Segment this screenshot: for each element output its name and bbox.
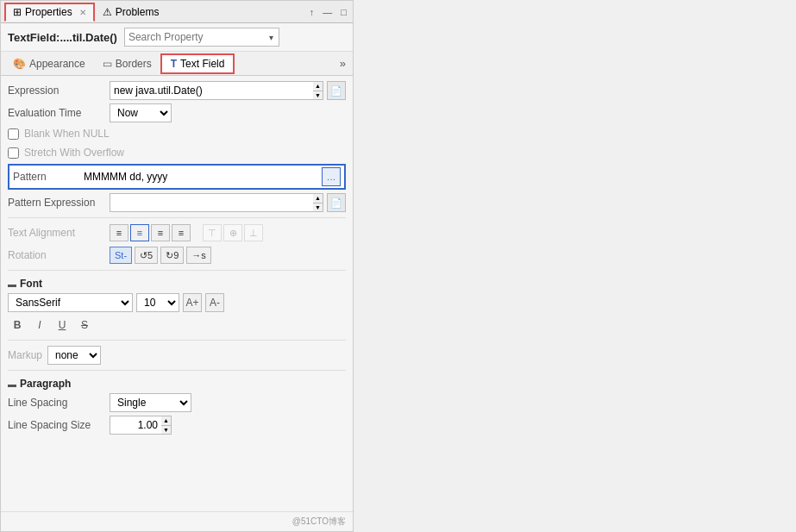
rotation-buttons: St- ↺5 ↻9 →s (110, 247, 346, 264)
font-decrease-btn[interactable]: A- (205, 293, 224, 312)
font-underline-btn[interactable]: U (53, 316, 72, 335)
tab-borders[interactable]: ▭ Borders (94, 53, 160, 74)
line-spacing-size-label: Line Spacing Size (8, 419, 103, 431)
line-spacing-row: Line Spacing Single 1_5 Lines Double AtL… (8, 391, 346, 414)
header-row: TextField:....til.Date() ▾ (1, 23, 353, 52)
properties-tab-close[interactable]: ✕ (79, 8, 86, 17)
align-left-btn[interactable]: ≡ (110, 224, 128, 241)
tab-bar: ⊞ Properties ✕ ⚠ Problems ↑ — □ (1, 1, 353, 23)
blank-when-null-label: Blank When NULL (24, 128, 110, 140)
tab-appearance[interactable]: 🎨 Appearance (4, 53, 94, 74)
search-property-input[interactable] (128, 31, 267, 43)
line-spacing-size-down[interactable]: ▼ (161, 426, 171, 435)
expression-spin-down[interactable]: ▼ (313, 91, 323, 100)
tab-action-push[interactable]: ↑ (307, 6, 317, 18)
tab-action-maximize[interactable]: □ (338, 6, 349, 18)
expression-label: Expression (8, 84, 103, 97)
align-center-btn[interactable]: ≡ (130, 224, 149, 241)
problems-tab-label: Problems (116, 6, 160, 18)
problems-tab-icon: ⚠ (103, 6, 112, 18)
markup-select[interactable]: none html styled rtf (47, 346, 101, 365)
tab-problems[interactable]: ⚠ Problems (95, 3, 167, 22)
sub-tab-bar: 🎨 Appearance ▭ Borders T Text Field » (1, 52, 353, 76)
pattern-expression-label: Pattern Expression (8, 197, 103, 209)
text-alignment-buttons: ≡ ≡ ≡ ≡ ⊤ ⊕ ⊥ (110, 224, 346, 241)
divider-3 (8, 340, 346, 341)
pattern-expression-browse-button[interactable]: 📄 (327, 193, 346, 212)
stretch-overflow-checkbox[interactable] (8, 147, 19, 159)
divider-1 (8, 217, 346, 218)
pattern-expression-value: ▲ ▼ 📄 (110, 193, 346, 212)
content-area: Expression ▲ ▼ 📄 Evaluation Time (1, 76, 353, 511)
line-spacing-size-up[interactable]: ▲ (161, 416, 171, 426)
expression-row: Expression ▲ ▼ 📄 (8, 79, 346, 102)
align-right-btn[interactable]: ≡ (151, 224, 170, 241)
tab-properties[interactable]: ⊞ Properties ✕ (4, 3, 95, 22)
font-section-toggle[interactable]: ▬ (8, 279, 16, 289)
rotation-right-btn[interactable]: ↻9 (160, 247, 184, 264)
expression-input-wrap: ▲ ▼ (110, 81, 323, 100)
v-align-group: ⊤ ⊕ ⊥ (203, 224, 263, 241)
rotation-updown-btn[interactable]: →s (186, 247, 211, 264)
rotation-none-btn[interactable]: St- (110, 247, 132, 264)
tab-action-minimize[interactable]: — (320, 6, 335, 18)
sub-tab-more-icon[interactable]: » (336, 57, 349, 70)
font-section-label: Font (20, 278, 42, 290)
rotation-left-btn[interactable]: ↺5 (135, 247, 158, 264)
borders-tab-label: Borders (116, 58, 152, 70)
font-family-select[interactable]: SansSerif Serif Monospaced Arial Times N… (8, 293, 133, 312)
paragraph-section-header: ▬ Paragraph (8, 374, 346, 391)
line-spacing-select[interactable]: Single 1_5 Lines Double AtLeast Fixed Pr… (110, 393, 191, 412)
tab-actions: ↑ — □ (307, 6, 349, 18)
pattern-expr-spin-up[interactable]: ▲ (313, 194, 323, 203)
font-italic-btn[interactable]: I (30, 316, 49, 335)
stretch-overflow-label: Stretch With Overflow (24, 147, 124, 159)
pattern-expr-spin-down[interactable]: ▼ (313, 203, 323, 212)
font-section-header: ▬ Font (8, 274, 346, 291)
pattern-browse-button[interactable]: … (322, 167, 341, 186)
line-spacing-size-input[interactable] (110, 416, 161, 435)
divider-2 (8, 270, 346, 271)
textfield-tab-icon: T (171, 58, 177, 70)
blank-when-null-row: Blank When NULL (8, 124, 346, 143)
pattern-expression-wrap: ▲ ▼ (110, 193, 323, 212)
pattern-expression-row: Pattern Expression ▲ ▼ 📄 (8, 191, 346, 214)
divider-4 (8, 370, 346, 371)
line-spacing-size-wrap: ▲ ▼ (110, 416, 172, 435)
rotation-group: St- ↺5 ↻9 →s (110, 247, 211, 264)
search-property-box[interactable]: ▾ (124, 28, 279, 47)
appearance-tab-label: Appearance (29, 58, 85, 70)
text-alignment-row: Text Alignment ≡ ≡ ≡ ≡ ⊤ ⊕ ⊥ (8, 222, 346, 244)
paragraph-section-label: Paragraph (20, 378, 71, 390)
h-align-group: ≡ ≡ ≡ ≡ (110, 224, 191, 241)
font-increase-btn[interactable]: A+ (183, 293, 202, 312)
search-dropdown-icon[interactable]: ▾ (267, 33, 275, 42)
expression-spin-up[interactable]: ▲ (313, 82, 323, 91)
evaluation-time-select[interactable]: Now Report Page Column Group Band Auto (110, 103, 172, 122)
line-spacing-label: Line Spacing (8, 397, 103, 409)
properties-tab-icon: ⊞ (13, 6, 22, 18)
font-strikethrough-btn[interactable]: S (75, 316, 94, 335)
align-middle-btn[interactable]: ⊕ (223, 224, 242, 241)
align-top-btn[interactable]: ⊤ (203, 224, 222, 241)
font-bold-btn[interactable]: B (8, 316, 27, 335)
line-spacing-size-row: Line Spacing Size ▲ ▼ (8, 414, 346, 436)
text-alignment-label: Text Alignment (8, 227, 103, 239)
line-spacing-size-spinner: ▲ ▼ (161, 416, 172, 435)
stretch-overflow-row: Stretch With Overflow (8, 143, 346, 162)
align-bottom-btn[interactable]: ⊥ (244, 224, 263, 241)
tab-textfield[interactable]: T Text Field (160, 53, 235, 74)
pattern-input[interactable] (84, 171, 318, 183)
rotation-row: Rotation St- ↺5 ↻9 →s (8, 244, 346, 266)
expression-browse-button[interactable]: 📄 (327, 81, 346, 100)
font-style-row: B I U S (8, 314, 346, 336)
align-justify-btn[interactable]: ≡ (172, 224, 191, 241)
evaluation-time-value: Now Report Page Column Group Band Auto (110, 103, 346, 122)
paragraph-section-toggle[interactable]: ▬ (8, 379, 16, 389)
expression-input[interactable] (110, 81, 313, 100)
pattern-expression-input[interactable] (110, 193, 313, 212)
blank-when-null-checkbox[interactable] (8, 128, 19, 140)
font-size-select[interactable]: 8910 111214 161820 (136, 293, 179, 312)
font-family-row: SansSerif Serif Monospaced Arial Times N… (8, 291, 346, 314)
appearance-tab-icon: 🎨 (13, 58, 26, 70)
